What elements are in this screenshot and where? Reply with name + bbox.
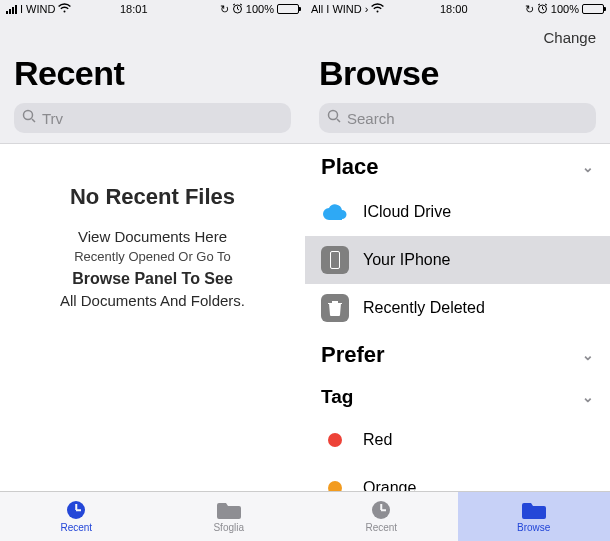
- empty-text: All Documents And Folders.: [30, 290, 275, 312]
- search-input[interactable]: [14, 103, 291, 133]
- folder-icon: [522, 500, 546, 520]
- clock-icon: [369, 500, 393, 520]
- folder-icon: [217, 500, 241, 520]
- chevron-down-icon: ⌄: [582, 389, 594, 405]
- battery-icon: [277, 4, 299, 14]
- section-title: Place: [321, 154, 379, 180]
- trash-icon: [321, 294, 349, 322]
- search-icon: [22, 109, 36, 127]
- tab-bar: Recent Sfoglia Recent Browse: [0, 491, 610, 541]
- tab-sfoglia[interactable]: Sfoglia: [153, 492, 306, 541]
- tab-browse[interactable]: Browse: [458, 492, 611, 541]
- screen-browse: Change Browse Place ⌄ ICloud Drive: [305, 18, 610, 491]
- location-label: ICloud Drive: [363, 203, 451, 221]
- alarm-icon: [537, 3, 548, 16]
- cloud-icon: [321, 198, 349, 226]
- location-label: Recently Deleted: [363, 299, 485, 317]
- carrier-label: All I WIND: [311, 3, 362, 15]
- battery-percent: 100%: [551, 3, 579, 15]
- chevron-down-icon: ⌄: [582, 159, 594, 175]
- tag-dot-icon: [321, 474, 349, 491]
- page-title: Browse: [319, 54, 596, 93]
- section-title: Tag: [321, 386, 353, 408]
- screen-recent: Recent No Recent Files View Documents He…: [0, 18, 305, 491]
- tab-recent[interactable]: Recent: [0, 492, 153, 541]
- search-icon: [327, 109, 341, 127]
- tab-label: Browse: [517, 522, 550, 533]
- page-title: Recent: [14, 54, 291, 93]
- carrier-label: I WIND: [20, 3, 55, 15]
- empty-text: View Documents Here: [30, 226, 275, 248]
- search-input[interactable]: [319, 103, 596, 133]
- section-header-tag[interactable]: Tag ⌄: [305, 376, 610, 416]
- tab-label: Recent: [365, 522, 397, 533]
- empty-text: Browse Panel To See: [30, 267, 275, 290]
- location-your-iphone[interactable]: Your IPhone: [305, 236, 610, 284]
- wifi-icon: [371, 3, 384, 15]
- section-header-prefer[interactable]: Prefer ⌄: [305, 332, 610, 376]
- svg-point-2: [24, 111, 33, 120]
- location-icloud-drive[interactable]: ICloud Drive: [305, 188, 610, 236]
- change-button[interactable]: Change: [543, 29, 596, 46]
- tag-label: Red: [363, 431, 392, 449]
- search-field-input[interactable]: [42, 110, 283, 127]
- svg-point-3: [329, 111, 338, 120]
- status-bar: I WIND 18:01 ↻ 100% All I WIND › 18:00 ↻: [0, 0, 610, 18]
- location-recently-deleted[interactable]: Recently Deleted: [305, 284, 610, 332]
- tag-label: Orange: [363, 479, 416, 491]
- section-title: Prefer: [321, 342, 385, 368]
- tab-recent[interactable]: Recent: [305, 492, 458, 541]
- search-field-input[interactable]: [347, 110, 588, 127]
- chevron-right-icon: ›: [365, 3, 369, 15]
- sync-icon: ↻: [525, 3, 534, 16]
- phone-icon: [321, 246, 349, 274]
- tag-orange[interactable]: Orange: [305, 464, 610, 491]
- battery-icon: [582, 4, 604, 14]
- alarm-icon: [232, 3, 243, 16]
- signal-icon: [6, 5, 17, 14]
- tag-dot-icon: [321, 426, 349, 454]
- empty-state: No Recent Files View Documents Here Rece…: [0, 144, 305, 352]
- location-label: Your IPhone: [363, 251, 450, 269]
- chevron-down-icon: ⌄: [582, 347, 594, 363]
- tab-label: Sfoglia: [213, 522, 244, 533]
- time-label: 18:00: [440, 3, 468, 15]
- battery-percent: 100%: [246, 3, 274, 15]
- clock-icon: [64, 500, 88, 520]
- section-header-place[interactable]: Place ⌄: [305, 144, 610, 188]
- tab-label: Recent: [60, 522, 92, 533]
- tag-red[interactable]: Red: [305, 416, 610, 464]
- wifi-icon: [58, 3, 71, 15]
- empty-text: Recently Opened Or Go To: [30, 248, 275, 267]
- time-label: 18:01: [120, 3, 148, 15]
- sync-icon: ↻: [220, 3, 229, 16]
- empty-title: No Recent Files: [30, 184, 275, 210]
